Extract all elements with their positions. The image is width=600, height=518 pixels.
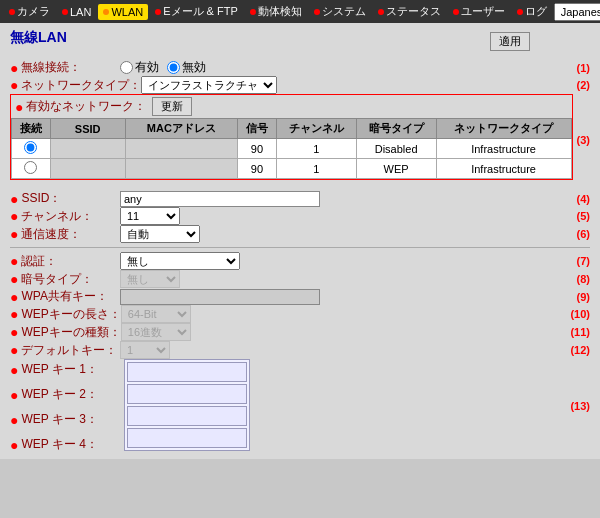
nav-status[interactable]: ステータス xyxy=(373,2,446,21)
row2-mac xyxy=(125,159,237,179)
speed-row: ● 通信速度： 自動 (6) xyxy=(10,225,590,243)
language-dropdown[interactable]: Japanese English Chinese xyxy=(554,3,600,21)
wep-key-3-input[interactable] xyxy=(127,406,247,426)
enable-radio-label[interactable]: 有効 xyxy=(120,59,159,76)
default-key-row: ● デフォルトキー： 1 (12) xyxy=(10,341,590,359)
num-8: (8) xyxy=(577,273,590,285)
nav-status-label: ステータス xyxy=(386,4,441,19)
default-key-select[interactable]: 1 xyxy=(120,341,170,359)
row1-enc: Disabled xyxy=(356,139,436,159)
default-key-label: ● デフォルトキー： xyxy=(10,342,120,359)
num-13: (13) xyxy=(570,400,590,412)
col-channel: チャンネル xyxy=(276,119,356,139)
status-dot xyxy=(378,9,384,15)
auth-label: ● 認証： xyxy=(10,253,120,270)
ssid-input[interactable] xyxy=(120,191,320,207)
row2-channel: 1 xyxy=(276,159,356,179)
num-5: (5) xyxy=(577,210,590,222)
wep-type-label: ● WEPキーの種類： xyxy=(10,324,121,341)
wpa-key-row: ● WPA共有キー： (9) xyxy=(10,288,590,305)
col-enc: 暗号タイプ xyxy=(356,119,436,139)
disable-radio[interactable] xyxy=(167,61,180,74)
motion-dot xyxy=(250,9,256,15)
wep-key-4-input[interactable] xyxy=(127,428,247,448)
lan-dot xyxy=(62,9,68,15)
channel-label: ● チャンネル： xyxy=(10,208,120,225)
enc-row: ● 暗号タイプ： 無し (8) xyxy=(10,270,590,288)
row1-signal: 90 xyxy=(238,139,277,159)
apply-button[interactable]: 適用 xyxy=(490,32,530,51)
auth-row: ● 認証： 無し (7) xyxy=(10,252,590,270)
row2-select[interactable] xyxy=(12,159,51,179)
wep4-label: ● WEP キー 4： xyxy=(10,436,120,453)
disable-radio-label[interactable]: 無効 xyxy=(167,59,206,76)
wep-keys-row: ● WEP キー 1： ● WEP キー 2： ● WEP キー 3： ● WE… xyxy=(10,359,590,453)
camera-dot xyxy=(9,9,15,15)
main-content: 無線LAN 適用 ● 無線接続： 有効 無効 (1) xyxy=(0,23,600,459)
nav-camera[interactable]: カメラ xyxy=(4,2,55,21)
network-type-label: ● ネットワークタイプ： xyxy=(10,77,141,94)
row1-mac xyxy=(125,139,237,159)
num-1: (1) xyxy=(577,62,590,74)
speed-select[interactable]: 自動 xyxy=(120,225,200,243)
nav-users[interactable]: ユーザー xyxy=(448,2,510,21)
row2-signal: 90 xyxy=(238,159,277,179)
channel-select[interactable]: 11 xyxy=(120,207,180,225)
num-4: (4) xyxy=(577,193,590,205)
num-12: (12) xyxy=(570,344,590,356)
language-selector[interactable]: Japanese English Chinese xyxy=(554,3,600,21)
nav-motion[interactable]: 動体検知 xyxy=(245,2,307,21)
wep-key-1-input[interactable] xyxy=(127,362,247,382)
enable-radio[interactable] xyxy=(120,61,133,74)
wpa-key-label: ● WPA共有キー： xyxy=(10,288,120,305)
nav-email-ftp[interactable]: Eメール & FTP xyxy=(150,2,243,21)
available-networks-label: ● 有効なネットワーク： xyxy=(15,98,146,115)
wep-type-row: ● WEPキーの種類： 16進数 (11) xyxy=(10,323,590,341)
num-11: (11) xyxy=(570,326,590,338)
wep-length-row: ● WEPキーの長さ： 64-Bit (10) xyxy=(10,305,590,323)
nav-wlan[interactable]: WLAN xyxy=(98,4,148,20)
nav-lan[interactable]: LAN xyxy=(57,4,96,20)
network-type-select[interactable]: インフラストラクチャ xyxy=(141,76,277,94)
table-row: 90 1 WEP Infrastructure xyxy=(12,159,572,179)
refresh-button[interactable]: 更新 xyxy=(152,97,192,116)
col-mac: MACアドレス xyxy=(125,119,237,139)
row1-nettype: Infrastructure xyxy=(436,139,571,159)
wep-keys-group xyxy=(124,359,250,451)
disable-label: 無効 xyxy=(182,59,206,76)
num-2: (2) xyxy=(577,79,590,91)
enc-select[interactable]: 無し xyxy=(120,270,180,288)
col-nettype: ネットワークタイプ xyxy=(436,119,571,139)
wep-type-select[interactable]: 16進数 xyxy=(121,323,191,341)
row1-ssid xyxy=(50,139,125,159)
wep-key-2-input[interactable] xyxy=(127,384,247,404)
wireless-connection-row: ● 無線接続： 有効 無効 (1) xyxy=(10,59,590,76)
wep2-label: ● WEP キー 2： xyxy=(10,386,120,403)
wpa-key-input[interactable] xyxy=(120,289,320,305)
nav-log[interactable]: ログ xyxy=(512,2,552,21)
nav-system-label: システム xyxy=(322,4,366,19)
wep1-label: ● WEP キー 1： xyxy=(10,359,120,378)
nav-system[interactable]: システム xyxy=(309,2,371,21)
nav-camera-label: カメラ xyxy=(17,4,50,19)
auth-select[interactable]: 無し xyxy=(120,252,240,270)
enc-label: ● 暗号タイプ： xyxy=(10,271,120,288)
num-6: (6) xyxy=(577,228,590,240)
nav-bar: カメラ LAN WLAN Eメール & FTP 動体検知 システム ステータス … xyxy=(0,0,600,23)
wlan-dot xyxy=(103,9,109,15)
num-10: (10) xyxy=(570,308,590,320)
enable-label: 有効 xyxy=(135,59,159,76)
email-dot xyxy=(155,9,161,15)
nav-motion-label: 動体検知 xyxy=(258,4,302,19)
available-networks-section-row: ● 有効なネットワーク： 更新 接続 SSID MACアドレス 信号 チャンネル xyxy=(10,94,590,186)
networks-table: 接続 SSID MACアドレス 信号 チャンネル 暗号タイプ ネットワークタイプ xyxy=(11,118,572,179)
wireless-label: ● 無線接続： xyxy=(10,59,120,76)
nav-users-label: ユーザー xyxy=(461,4,505,19)
ssid-label: ● SSID： xyxy=(10,190,120,207)
row1-select[interactable] xyxy=(12,139,51,159)
system-dot xyxy=(314,9,320,15)
available-networks-section: ● 有効なネットワーク： 更新 接続 SSID MACアドレス 信号 チャンネル xyxy=(10,94,573,180)
wep3-label: ● WEP キー 3： xyxy=(10,411,120,428)
wep-length-select[interactable]: 64-Bit xyxy=(121,305,191,323)
col-signal: 信号 xyxy=(238,119,277,139)
